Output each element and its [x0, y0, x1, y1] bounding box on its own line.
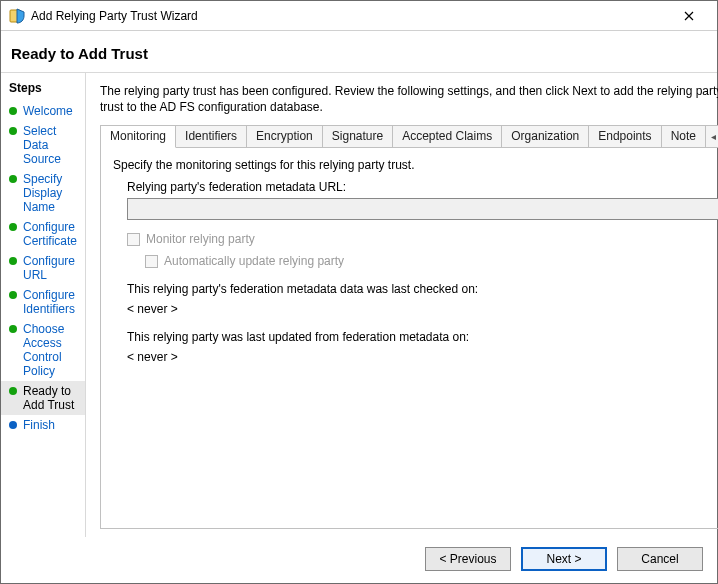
step-label: Ready to Add Trust [23, 384, 77, 412]
step-done-icon [9, 325, 17, 333]
step-label: Choose Access Control Policy [23, 322, 77, 378]
auto-update-checkbox: Automatically update relying party [145, 254, 718, 268]
wizard-buttons: < Previous Next > Cancel [1, 537, 717, 583]
step-label: Select Data Source [23, 124, 77, 166]
settings-tabbox: Monitoring Identifiers Encryption Signat… [100, 125, 718, 529]
step-specify-display-name[interactable]: Specify Display Name [1, 169, 85, 217]
tab-organization[interactable]: Organization [502, 126, 589, 147]
previous-button[interactable]: < Previous [425, 547, 511, 571]
tab-scroll-left[interactable]: ◂ [705, 126, 718, 147]
steps-heading: Steps [1, 77, 85, 101]
step-access-control-policy[interactable]: Choose Access Control Policy [1, 319, 85, 381]
step-label: Specify Display Name [23, 172, 77, 214]
main-panel: The relying party trust has been configu… [86, 73, 718, 537]
next-button[interactable]: Next > [521, 547, 607, 571]
step-label: Welcome [23, 104, 73, 118]
window-title: Add Relying Party Trust Wizard [31, 9, 669, 23]
cancel-button[interactable]: Cancel [617, 547, 703, 571]
step-configure-certificate[interactable]: Configure Certificate [1, 217, 85, 251]
last-updated-value: < never > [127, 350, 718, 364]
step-select-data-source[interactable]: Select Data Source [1, 121, 85, 169]
step-label: Configure Certificate [23, 220, 77, 248]
checkbox-icon [127, 233, 140, 246]
step-ready-to-add-trust[interactable]: Ready to Add Trust [1, 381, 85, 415]
tab-encryption[interactable]: Encryption [247, 126, 323, 147]
titlebar: Add Relying Party Trust Wizard [1, 1, 717, 31]
step-label: Configure Identifiers [23, 288, 77, 316]
step-finish[interactable]: Finish [1, 415, 85, 435]
content-area: Steps Welcome Select Data Source Specify… [1, 72, 717, 537]
step-done-icon [9, 127, 17, 135]
monitoring-description: Specify the monitoring settings for this… [113, 158, 718, 172]
step-current-icon [9, 387, 17, 395]
last-checked-label: This relying party's federation metadata… [127, 282, 718, 296]
step-pending-icon [9, 421, 17, 429]
monitor-checkbox-label: Monitor relying party [146, 232, 255, 246]
metadata-url-input[interactable] [127, 198, 718, 220]
tab-identifiers[interactable]: Identifiers [176, 126, 247, 147]
metadata-url-label: Relying party's federation metadata URL: [127, 180, 718, 194]
tab-strip: Monitoring Identifiers Encryption Signat… [101, 126, 718, 148]
steps-sidebar: Steps Welcome Select Data Source Specify… [1, 73, 86, 537]
step-label: Finish [23, 418, 55, 432]
last-checked-value: < never > [127, 302, 718, 316]
tab-signature[interactable]: Signature [323, 126, 393, 147]
intro-text: The relying party trust has been configu… [100, 83, 718, 115]
step-configure-identifiers[interactable]: Configure Identifiers [1, 285, 85, 319]
step-welcome[interactable]: Welcome [1, 101, 85, 121]
app-icon [9, 8, 25, 24]
last-updated-label: This relying party was last updated from… [127, 330, 718, 344]
step-done-icon [9, 257, 17, 265]
auto-update-checkbox-label: Automatically update relying party [164, 254, 344, 268]
tab-notes[interactable]: Note [662, 126, 705, 147]
step-done-icon [9, 223, 17, 231]
step-done-icon [9, 107, 17, 115]
tab-monitoring-panel: Specify the monitoring settings for this… [101, 148, 718, 528]
checkbox-icon [145, 255, 158, 268]
close-button[interactable] [669, 2, 709, 30]
step-done-icon [9, 291, 17, 299]
page-title: Ready to Add Trust [1, 31, 717, 72]
step-done-icon [9, 175, 17, 183]
step-configure-url[interactable]: Configure URL [1, 251, 85, 285]
wizard-window: Add Relying Party Trust Wizard Ready to … [0, 0, 718, 584]
step-label: Configure URL [23, 254, 77, 282]
tab-endpoints[interactable]: Endpoints [589, 126, 661, 147]
monitor-checkbox: Monitor relying party [127, 232, 718, 246]
tab-accepted-claims[interactable]: Accepted Claims [393, 126, 502, 147]
tab-monitoring[interactable]: Monitoring [101, 126, 176, 148]
